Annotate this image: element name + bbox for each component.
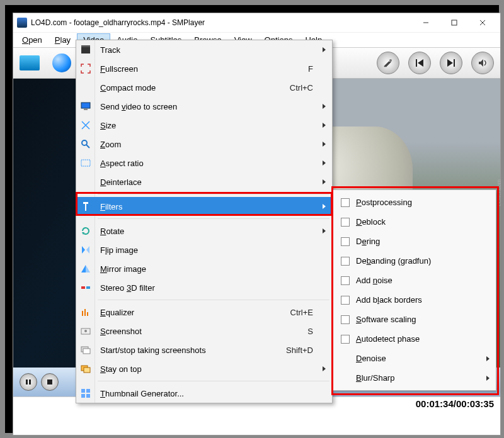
submenu-arrow-icon	[323, 142, 326, 147]
menu-item-filters[interactable]: Filters	[76, 197, 332, 216]
menu-item-stereo-3d-filter[interactable]: Stereo 3D filter	[76, 278, 332, 297]
svg-line-18	[86, 145, 89, 148]
next-track-button[interactable]	[440, 52, 462, 74]
menu-item-accel: Shift+D	[286, 345, 313, 355]
menu-item-label: Fullscreen	[100, 64, 308, 74]
menu-separator	[98, 194, 329, 194]
volume-button[interactable]	[471, 52, 494, 74]
menu-item-rotate[interactable]: Rotate	[76, 222, 332, 240]
svg-marker-24	[86, 246, 89, 254]
submenu-arrow-icon	[323, 179, 326, 184]
checkbox-icon	[341, 335, 350, 344]
pin-icon	[81, 364, 91, 374]
app-icon	[17, 18, 27, 28]
svg-point-33	[84, 330, 87, 332]
menu-separator	[98, 381, 329, 381]
menu-item-stay-on-top[interactable]: Stay on top	[76, 359, 332, 378]
menu-item-send-video-to-screen[interactable]: Send video to screen	[76, 97, 332, 116]
filter-item-deblock[interactable]: Deblock	[333, 212, 496, 232]
submenu-arrow-icon	[323, 104, 326, 109]
maximize-button[interactable]	[440, 14, 468, 31]
svg-marker-23	[82, 246, 85, 254]
checkbox-icon	[341, 198, 350, 207]
menu-item-size[interactable]: Size	[76, 116, 332, 135]
close-button[interactable]	[468, 14, 496, 31]
time-current: 00:01:34	[416, 398, 454, 409]
fullscreen-icon	[81, 64, 91, 74]
filter-item-debanding-gradfun-[interactable]: Debanding (gradfun)	[333, 251, 496, 271]
svg-rect-16	[84, 109, 88, 110]
screenshot-icon	[81, 326, 91, 336]
zoom-icon	[81, 139, 91, 149]
window-title: LO4D.com - footage_oldharryrocks.mp4 - S…	[31, 18, 411, 27]
filter-item-blur-sharp[interactable]: Blur/Sharp	[333, 368, 496, 388]
filter-item-software-scaling[interactable]: Software scaling	[333, 310, 496, 329]
filter-item-label: Autodetect phase	[356, 334, 420, 344]
open-file-button[interactable]	[20, 55, 40, 70]
menu-item-track[interactable]: Track	[76, 40, 332, 59]
menu-item-accel: Ctrl+E	[290, 308, 313, 317]
filter-item-dering[interactable]: Dering	[333, 232, 496, 251]
svg-rect-15	[81, 103, 90, 108]
stop-button[interactable]	[41, 373, 59, 391]
filter-item-label: Postprocessing	[356, 198, 412, 207]
menu-item-label: Track	[100, 45, 332, 55]
menu-item-label: Deinterlace	[100, 177, 332, 187]
svg-rect-31	[87, 312, 88, 316]
menu-item-flip-image[interactable]: Flip image	[76, 240, 332, 259]
menu-item-label: Size	[100, 121, 332, 130]
filter-item-add-noise[interactable]: Add noise	[333, 271, 496, 290]
screenshots-icon	[81, 345, 91, 355]
menu-item-label: Start/stop taking screenshots	[100, 345, 286, 355]
submenu-arrow-icon	[323, 228, 326, 233]
checkbox-icon	[341, 296, 350, 305]
svg-point-17	[82, 140, 87, 145]
filter-item-postprocessing[interactable]: Postprocessing	[333, 193, 496, 212]
menu-item-label: Filters	[100, 202, 332, 211]
checkbox-icon	[341, 218, 350, 227]
menu-item-accel: F	[308, 64, 313, 74]
menu-open[interactable]: Open	[16, 33, 49, 47]
submenu-arrow-icon	[323, 366, 326, 371]
filter-item-label: Software scaling	[356, 315, 416, 324]
filter-item-add-black-borders[interactable]: Add black borders	[333, 290, 496, 310]
svg-rect-13	[81, 47, 90, 53]
menu-separator	[98, 218, 329, 219]
svg-rect-29	[82, 311, 83, 316]
mirror-icon	[81, 264, 91, 274]
menu-item-screenshot[interactable]: ScreenshotS	[76, 322, 332, 340]
svg-rect-12	[47, 379, 52, 385]
svg-rect-5	[416, 59, 417, 67]
pause-button[interactable]	[20, 373, 37, 391]
svg-rect-28	[86, 286, 90, 289]
svg-rect-30	[84, 309, 86, 316]
open-url-button[interactable]	[52, 53, 71, 72]
menu-item-mirror-image[interactable]: Mirror image	[76, 259, 332, 278]
menu-item-equalizer[interactable]: EqualizerCtrl+E	[76, 303, 332, 322]
menu-item-accel: S	[307, 327, 313, 336]
filter-item-label: Add noise	[356, 276, 392, 285]
filter-item-denoise[interactable]: Denoise	[333, 349, 496, 368]
filter-icon	[81, 201, 91, 211]
prev-track-button[interactable]	[408, 52, 431, 74]
menu-item-accel: Ctrl+C	[290, 83, 313, 93]
preferences-button[interactable]	[377, 52, 399, 74]
filter-item-autodetect-phase[interactable]: Autodetect phase	[333, 329, 496, 349]
resize-icon	[81, 120, 91, 130]
menu-play[interactable]: Play	[49, 33, 77, 47]
menu-item-start-stop-taking-screenshots[interactable]: Start/stop taking screenshotsShift+D	[76, 340, 332, 359]
minimize-button[interactable]	[411, 14, 440, 31]
svg-rect-39	[86, 389, 90, 393]
stage-background: LO4D.com - footage_oldharryrocks.mp4 - S…	[5, 5, 499, 433]
menu-item-aspect-ratio[interactable]: Aspect ratio	[76, 154, 332, 172]
filter-item-label: Add black borders	[356, 295, 422, 305]
svg-marker-9	[479, 59, 483, 67]
menu-item-thumbnail-generator-[interactable]: Thumbnail Generator...	[76, 384, 332, 403]
menu-item-zoom[interactable]: Zoom	[76, 135, 332, 154]
submenu-arrow-icon	[323, 160, 326, 166]
menu-item-fullscreen[interactable]: FullscreenF	[76, 59, 332, 78]
thumbgen-icon	[81, 388, 91, 398]
filter-item-label: Denoise	[356, 354, 386, 363]
menu-item-compact-mode[interactable]: Compact modeCtrl+C	[76, 78, 332, 97]
menu-item-deinterlace[interactable]: Deinterlace	[76, 172, 332, 191]
